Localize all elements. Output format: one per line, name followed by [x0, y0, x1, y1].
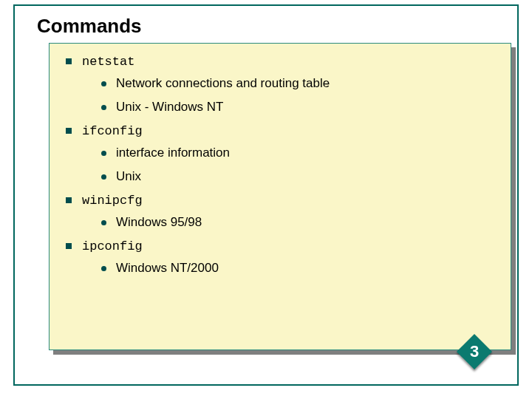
detail-item: Windows 95/98	[100, 215, 497, 230]
detail-item: Windows NT/2000	[100, 261, 497, 276]
command-item: netstat Network connections and routing …	[63, 54, 497, 115]
command-item: ifconfig interface information Unix	[63, 123, 497, 184]
detail-text: Windows NT/2000	[116, 261, 219, 275]
command-item: winipcfg Windows 95/98	[63, 193, 497, 230]
detail-text: Windows 95/98	[116, 215, 202, 229]
dot-bullet-icon	[101, 174, 106, 180]
square-bullet-icon	[66, 243, 72, 249]
command-name: ifconfig	[82, 124, 143, 138]
command-name: netstat	[82, 55, 134, 69]
dot-bullet-icon	[101, 105, 106, 110]
dot-bullet-icon	[101, 81, 106, 86]
dot-bullet-icon	[101, 220, 106, 225]
command-list: netstat Network connections and routing …	[63, 54, 497, 276]
content-box: netstat Network connections and routing …	[49, 43, 511, 350]
detail-text: Unix - Windows NT	[116, 100, 223, 114]
page-number: 3	[470, 342, 479, 361]
detail-list: interface information Unix	[100, 146, 497, 184]
slide-frame: Commands netstat Network connections and…	[13, 4, 519, 386]
detail-text: Unix	[116, 169, 141, 183]
square-bullet-icon	[66, 197, 72, 203]
command-name: ipconfig	[82, 239, 143, 253]
detail-list: Network connections and routing table Un…	[100, 76, 497, 115]
page-title: Commands	[37, 15, 142, 38]
detail-item: Network connections and routing table	[100, 76, 497, 91]
detail-item: interface information	[100, 146, 497, 160]
command-item: ipconfig Windows NT/2000	[63, 239, 497, 276]
detail-text: interface information	[116, 146, 230, 160]
detail-list: Windows 95/98	[100, 215, 497, 230]
square-bullet-icon	[66, 58, 72, 64]
page-badge: 3	[457, 334, 492, 369]
dot-bullet-icon	[101, 151, 106, 156]
detail-text: Network connections and routing table	[116, 76, 330, 90]
command-name: winipcfg	[82, 194, 143, 208]
dot-bullet-icon	[101, 266, 106, 271]
detail-item: Unix - Windows NT	[100, 100, 497, 115]
square-bullet-icon	[66, 128, 72, 134]
detail-list: Windows NT/2000	[100, 261, 497, 276]
detail-item: Unix	[100, 169, 497, 184]
